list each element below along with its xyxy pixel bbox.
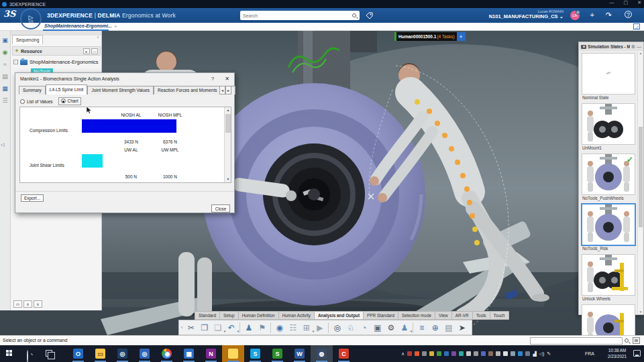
taskbar-app-dark[interactable]: ◍ — [311, 345, 333, 362]
fullscreen-icon[interactable]: ◿ — [633, 23, 640, 29]
panel-world-icon[interactable]: ◉ — [1, 48, 9, 56]
posture-editor-icon[interactable]: ♟ — [242, 323, 255, 333]
simulation-state-item[interactable]: ✓NoTools_PushWheels — [582, 154, 635, 202]
panel-scrollbar[interactable]: ▲ ▼ — [637, 52, 643, 314]
tray-icon[interactable] — [407, 351, 412, 356]
tree-expander-icon[interactable]: − — [13, 60, 18, 64]
panel-gear-icon[interactable]: ⚙ — [631, 44, 635, 50]
simulation-panel-header[interactable]: Simulation States - Mar... ⚙ — — [579, 42, 643, 51]
visibility-eye-icon[interactable]: ◎ — [331, 323, 343, 333]
section-expand-button[interactable]: ▸ — [83, 48, 90, 54]
human-options-icon[interactable]: ♟▾ — [398, 323, 411, 333]
move-down-button[interactable]: ∨ — [34, 300, 42, 308]
taskbar-catia[interactable]: C — [333, 345, 355, 362]
panel-machine-icon[interactable]: ▦ — [1, 84, 9, 93]
tray-icon[interactable] — [451, 351, 456, 356]
command-input[interactable] — [530, 337, 623, 345]
tab-sequencing[interactable]: Sequencing — [12, 35, 43, 44]
dialog-titlebar[interactable]: Manikin1 - Biomechanics Single Action An… — [15, 73, 234, 84]
tab-shopmaintenance[interactable]: ShopMaintenance-Ergonomi... — [44, 23, 112, 28]
ribbon-tab-human-definition[interactable]: Human Definition — [238, 311, 278, 320]
tree-root-label[interactable]: ShopMaintenance-Ergonomics — [30, 59, 99, 65]
radio-list-of-values[interactable]: List of Values — [20, 99, 53, 104]
dialog-tab-reaction-forces-and-moments[interactable]: Reaction Forces and Moments — [154, 86, 221, 95]
collapse-chevron-icon[interactable]: ‹ — [97, 35, 99, 40]
tray-icon[interactable] — [415, 351, 419, 356]
export-button[interactable]: Export... — [21, 194, 44, 202]
network-icon[interactable]: ▟ — [533, 351, 536, 357]
ribbon-tab-analysis-and-output[interactable]: Analysis and Output — [314, 311, 363, 320]
panel-scroll-thumb[interactable] — [639, 127, 643, 227]
tray-icon[interactable] — [503, 351, 508, 356]
tab-scroll-left-icon[interactable]: ◂ — [219, 86, 225, 95]
close-button[interactable]: ✕ — [637, 0, 641, 5]
dialog-tab-joint-moment-strength-values[interactable]: Joint Moment Strength Values — [87, 86, 154, 95]
tab-scroll-right-icon[interactable]: ▸ — [225, 86, 231, 95]
new-tab-button[interactable]: + — [114, 23, 117, 29]
start-button[interactable] — [6, 350, 13, 357]
volume-icon[interactable]: ◁) — [539, 351, 545, 357]
avatar[interactable]: LR — [570, 11, 580, 20]
minimize-button[interactable]: — — [610, 0, 614, 5]
taskbar-file-explorer[interactable]: ▭ — [89, 345, 111, 362]
simulation-state-thumbnail[interactable] — [582, 254, 635, 296]
tray-icon[interactable] — [466, 351, 471, 356]
add-content-icon[interactable]: + — [590, 11, 594, 19]
walk-forward-icon[interactable]: ➤ — [455, 323, 468, 333]
taskbar-clock[interactable]: 10:38 AM 2/23/2021 — [602, 348, 632, 359]
simulation-play-icon[interactable]: ◉ — [273, 323, 286, 333]
human-frame-icon[interactable]: ▣ — [371, 323, 384, 333]
3ds-logo[interactable]: 3S — [3, 9, 15, 19]
dialog-tab-l4-l5-spine-limit[interactable]: L4-L5 Spine Limit — [46, 84, 88, 95]
tray-icon[interactable] — [496, 351, 500, 356]
dialog-help-icon[interactable]: ? — [211, 76, 214, 82]
simulation-state-item[interactable]: NoTools_Risk — [582, 204, 635, 252]
share-icon[interactable]: ↷ — [606, 11, 612, 19]
panel-structure-icon[interactable]: ▣ — [1, 36, 9, 44]
ribbon-tab-view[interactable]: View — [435, 311, 451, 320]
ribbon-tab-touch[interactable]: Touch — [490, 311, 509, 320]
simulation-state-thumbnail[interactable] — [582, 204, 635, 245]
tray-icon[interactable] — [429, 351, 434, 356]
taskbar-onenote[interactable]: N — [200, 345, 222, 362]
panel-scroll-down-icon[interactable]: ▼ — [638, 310, 643, 314]
tray-icon[interactable] — [525, 351, 530, 356]
tray-icon[interactable] — [437, 351, 441, 356]
taskbar-search-icon[interactable] — [27, 351, 32, 362]
scope-button[interactable]: ▭ — [13, 300, 22, 308]
simulation-state-item[interactable]: Nominal State — [582, 53, 635, 101]
close-dialog-button[interactable]: Close — [211, 204, 230, 213]
ribbon-tab-human-activity[interactable]: Human Activity — [278, 311, 314, 320]
scroll-up-icon[interactable]: ▲ — [225, 107, 231, 113]
undo-icon[interactable]: ↶▾ — [225, 323, 237, 333]
ribbon-tab-standard[interactable]: Standard — [195, 311, 219, 320]
tray-expand-chevron[interactable]: ∧ — [401, 351, 405, 357]
tree-root-row[interactable]: − ShopMaintenance-Ergonomics — [13, 59, 99, 65]
human-label-chip[interactable]: Human00001500.1 (4 Tasks) + — [394, 32, 466, 41]
dialog-close-icon[interactable]: ✕ — [225, 76, 229, 82]
taskbar-skype-business[interactable]: S — [266, 345, 288, 362]
maximize-button[interactable]: ▢ — [624, 0, 629, 5]
biomechanics-icon[interactable]: ♘ — [344, 323, 357, 333]
pen-icon[interactable]: ✎ — [547, 351, 551, 357]
radio-chart[interactable]: Chart — [58, 97, 82, 105]
dialog-tab-summary[interactable]: Summary — [19, 86, 46, 95]
tenant-selector[interactable]: N101_MANUFACTURING_CS ⌄ — [489, 13, 564, 19]
taskbar-word[interactable]: W — [288, 345, 311, 362]
scroll-down-icon[interactable]: ▼ — [225, 176, 231, 182]
tray-icon[interactable] — [518, 351, 523, 356]
move-up-button[interactable]: ∧ — [23, 300, 32, 308]
ribbon-tab-ppr-standard[interactable]: PPR Standard — [363, 311, 398, 320]
catalog-layers-icon[interactable]: ≡ — [415, 323, 428, 333]
command-search-icon[interactable] — [625, 339, 629, 343]
radio-icon[interactable] — [20, 99, 25, 104]
cut-icon[interactable]: ✂ — [184, 323, 197, 333]
taskbar-skype[interactable]: S — [244, 345, 266, 362]
tag-icon[interactable] — [366, 12, 373, 19]
scroll-thumb[interactable] — [225, 114, 231, 133]
taskbar-calculator[interactable]: ▦ — [178, 345, 200, 362]
ribbon-tab-ar-vr[interactable]: AR-VR — [451, 311, 472, 320]
ribbon-tab-selection-mode[interactable]: Selection mode — [398, 311, 435, 320]
global-search[interactable] — [240, 11, 360, 20]
playback-icon[interactable]: ▶ — [313, 323, 326, 333]
